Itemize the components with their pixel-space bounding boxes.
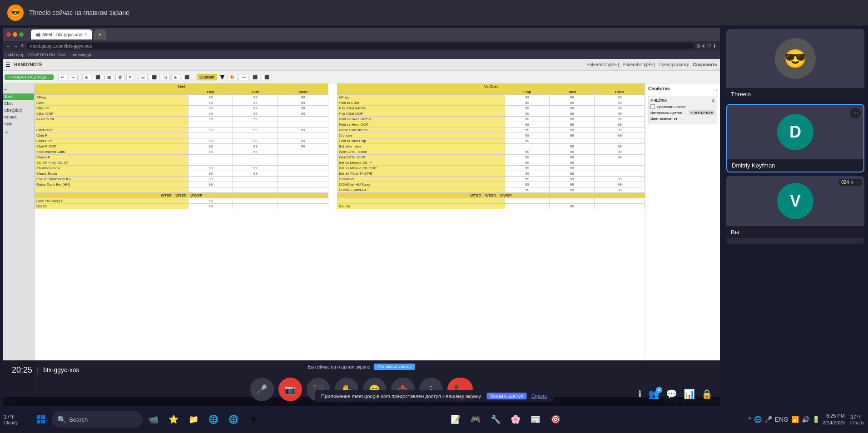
new-table-button[interactable]: + НОВАЯ ТАБЛИЦА... bbox=[5, 74, 54, 80]
tb-btn-9[interactable]: ⊞ bbox=[171, 74, 180, 80]
taskbar-search[interactable]: 🔍 Search bbox=[52, 411, 143, 428]
notification-text: Приложение meet.google.com предоставлен … bbox=[321, 394, 482, 399]
hide-link[interactable]: Скрыть bbox=[531, 394, 547, 399]
tb-btn-5[interactable]: ≡ bbox=[126, 74, 134, 80]
start-button[interactable] bbox=[32, 410, 50, 428]
dmitriy-avatar-container: D bbox=[727, 105, 863, 159]
color-button[interactable]: 🎨 bbox=[227, 74, 238, 80]
custom-button[interactable]: Custom bbox=[197, 74, 218, 80]
sidebar-item-vssteal[interactable]: vsSteal bbox=[3, 114, 34, 120]
data-table: 3bet Vs Cbet Flop Turn River bbox=[35, 84, 645, 209]
dash-button[interactable]: — bbox=[239, 74, 248, 80]
minimize-dot[interactable] bbox=[13, 32, 17, 37]
close-dot[interactable] bbox=[6, 32, 11, 37]
taskbar-app-folder[interactable]: 📁 bbox=[184, 410, 203, 428]
properties-expand-icon[interactable]: › bbox=[716, 88, 717, 92]
people-icon-container[interactable]: 👥 4 bbox=[648, 389, 660, 399]
sidebar-item-3bet[interactable]: 3bet bbox=[3, 93, 34, 100]
taskbar: 37°F Cloudy 🔍 Search 📹 ⭐ 📁 🌐 🌐 ✈ 📝 🎮 🔧 🌸… bbox=[0, 406, 868, 433]
timer-gear-icon[interactable]: ⚙ bbox=[850, 180, 854, 185]
taskbar-app-notes[interactable]: 📝 bbox=[446, 410, 465, 428]
redo-button[interactable]: ↪ bbox=[69, 74, 78, 80]
tb-btn-3[interactable]: ▦ bbox=[104, 74, 114, 80]
dmitriy-menu-button[interactable]: ⋯ bbox=[850, 108, 861, 118]
url-field[interactable]: meet.google.com/btx-ggyc-xos bbox=[27, 43, 694, 49]
table-row: Cbet-F Ch/raise999999 bbox=[35, 133, 645, 138]
table-row: Cbet-F IP999999 Fold to 3bet Flop99 bbox=[35, 138, 645, 144]
bookmark-2[interactable]: GSMETEO.RU- Поо... bbox=[28, 53, 69, 57]
battery-icon[interactable]: 🔋 bbox=[812, 416, 820, 423]
more-button[interactable]: ⬛ bbox=[262, 74, 272, 80]
col-flop-r: Flop bbox=[505, 89, 550, 95]
safety-icon[interactable]: 🔒 bbox=[701, 389, 713, 399]
handznote-title: HAND2NOTE bbox=[14, 62, 42, 67]
volume-tray-icon[interactable]: 🔊 bbox=[802, 416, 809, 423]
browser-tab-meet[interactable]: 📹 Meet - btx-ggyc-xos ✕ bbox=[31, 30, 92, 39]
taskbar-app-zoom[interactable]: 📹 bbox=[144, 410, 163, 428]
taskbar-app-tool[interactable]: 🔧 bbox=[486, 410, 505, 428]
tb-btn-1[interactable]: ⊞ bbox=[82, 74, 91, 80]
table-row: Fold vs Hero OOP999999 bbox=[35, 122, 645, 128]
forward-icon[interactable]: → bbox=[14, 44, 18, 49]
taskbar-app-browser2[interactable]: 🌐 bbox=[224, 410, 243, 428]
chevron-icon[interactable]: ^ bbox=[748, 416, 751, 423]
taskbar-weather-left: 37°F Cloudy bbox=[4, 414, 26, 425]
mic-button[interactable]: 🎤 bbox=[250, 378, 274, 401]
taskbar-app-telegram[interactable]: ✈ bbox=[244, 410, 263, 428]
notification-popup: Приложение meet.google.com предоставлен … bbox=[315, 390, 553, 402]
tab-close-icon[interactable]: ✕ bbox=[84, 32, 88, 37]
taskbar-app-game[interactable]: 🎮 bbox=[466, 410, 485, 428]
taskbar-app-star[interactable]: ⭐ bbox=[164, 410, 183, 428]
timer-dots-icon[interactable]: ⋯ bbox=[855, 180, 859, 185]
back-icon[interactable]: ← bbox=[6, 44, 11, 49]
color-interval-button[interactable]: + ИНТЕРВАЛ bbox=[689, 110, 715, 115]
menu-pokerbility-label[interactable]: Pokerability[SH] bbox=[622, 62, 655, 67]
taskbar-app-news[interactable]: 📰 bbox=[526, 410, 545, 428]
format-button[interactable]: ⬛ bbox=[250, 74, 260, 80]
activities-icon[interactable]: 📊 bbox=[684, 389, 695, 399]
undo-button[interactable]: ↩ bbox=[58, 74, 67, 80]
table-scroll-area[interactable]: 3bet Vs Cbet Flop Turn River bbox=[35, 84, 645, 397]
bookmark-3[interactable]: переводи... bbox=[73, 53, 94, 57]
menu-preview[interactable]: Предпросмотр bbox=[659, 62, 689, 67]
maximize-dot[interactable] bbox=[19, 32, 24, 37]
network-icon[interactable]: 🌐 bbox=[754, 416, 762, 423]
browser-addressbar: ← → ↻ meet.google.com/btx-ggyc-xos ⚙ ★ 🛡… bbox=[3, 41, 720, 51]
col-label-r bbox=[337, 89, 505, 95]
bind-popup-checkbox[interactable] bbox=[650, 104, 655, 109]
wifi-icon[interactable]: 📶 bbox=[791, 416, 799, 423]
taskbar-app-target[interactable]: 🎯 bbox=[546, 410, 565, 428]
refresh-icon[interactable]: ↻ bbox=[21, 44, 25, 49]
add-item-button[interactable]: + bbox=[3, 128, 34, 137]
cell-collapse-icon[interactable]: ∧ bbox=[712, 98, 715, 103]
sidebar-item-cbet[interactable]: Cbet bbox=[3, 100, 34, 107]
tb-btn-7[interactable]: ⬛ bbox=[149, 74, 159, 80]
bookmark-1[interactable]: Loki Omg bbox=[5, 53, 23, 57]
menu-save[interactable]: Сохранить bbox=[693, 62, 717, 67]
weather-right: Cloudy bbox=[850, 420, 864, 425]
share-notification-text: Вы сейчас на главном экране bbox=[308, 364, 370, 369]
tb-btn-8[interactable]: ⊡ bbox=[161, 74, 170, 80]
sidebar-item-cbet3bp[interactable]: Cbet[3bp] bbox=[3, 107, 34, 113]
chat-icon[interactable]: 💬 bbox=[666, 389, 677, 399]
hamburger-icon[interactable]: ☰ bbox=[5, 62, 10, 68]
sidebar-item-vplp[interactable]: Vplp bbox=[3, 121, 34, 127]
table-row: Check-F WonSD% -Ch/R999999 bbox=[35, 155, 645, 160]
taskbar-app-flower[interactable]: 🌸 bbox=[506, 410, 525, 428]
tb-btn-4[interactable]: 🗑 bbox=[115, 74, 125, 80]
info-icon[interactable]: ℹ bbox=[638, 389, 642, 399]
stop-share-button[interactable]: Остановить показ bbox=[374, 364, 415, 370]
mic-tray-icon[interactable]: 🎤 bbox=[764, 416, 772, 423]
tb-btn-10[interactable]: ⬛ bbox=[182, 74, 192, 80]
sidebar-collapse-btn[interactable]: ▸ bbox=[3, 85, 34, 93]
camera-button[interactable]: 📷 bbox=[278, 378, 302, 401]
new-tab-button[interactable]: + bbox=[94, 30, 106, 39]
cell-label: ЯЧЕЙКА bbox=[650, 98, 667, 103]
tb-btn-2[interactable]: ⬛ bbox=[93, 74, 103, 80]
bind-popup-label: Привязать попап bbox=[657, 105, 685, 109]
close-access-button[interactable]: Закрыть доступ bbox=[486, 393, 527, 399]
taskbar-app-chrome[interactable]: 🌐 bbox=[204, 410, 223, 428]
properties-header-row: Свойства › bbox=[648, 86, 717, 93]
tb-btn-6[interactable]: ⊞ bbox=[139, 74, 148, 80]
menu-pokerbility[interactable]: Pokerability[SH] bbox=[586, 62, 619, 67]
